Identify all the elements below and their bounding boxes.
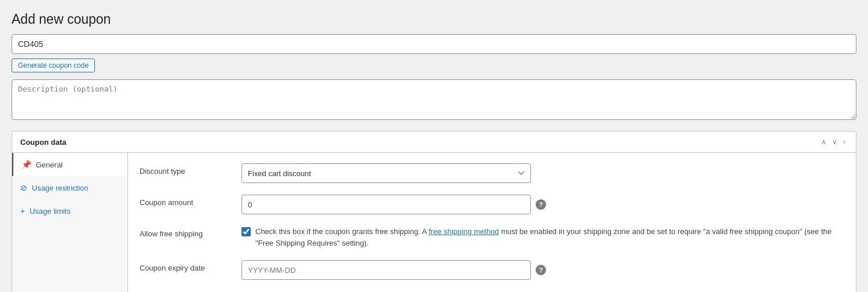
coupon-code-input[interactable]: [12, 34, 856, 54]
header-arrows: ∧ ∨ ‹: [819, 137, 848, 147]
free-shipping-checkbox[interactable]: [241, 227, 251, 236]
coupon-amount-help-icon[interactable]: ?: [536, 199, 546, 210]
coupon-expiry-input[interactable]: [241, 260, 531, 280]
free-shipping-method-link[interactable]: free shipping method: [428, 227, 499, 236]
sidebar-item-usage-restriction[interactable]: ⊘ Usage restriction: [12, 176, 127, 199]
coupon-amount-control: ?: [241, 195, 844, 214]
discount-type-select[interactable]: Percentage discount Fixed cart discount …: [241, 163, 531, 183]
scroll-down-button[interactable]: ∨: [830, 137, 840, 147]
discount-type-row: Discount type Percentage discount Fixed …: [140, 163, 844, 183]
coupon-data-body: 📌 General ⊘ Usage restriction + Usage li…: [12, 153, 856, 292]
sidebar-item-usage-limits[interactable]: + Usage limits: [12, 199, 127, 222]
description-textarea[interactable]: [12, 79, 856, 120]
coupon-data-title: Coupon data: [20, 138, 66, 147]
coupon-data-box: Coupon data ∧ ∨ ‹ 📌 General ⊘ Usage rest…: [12, 131, 856, 292]
free-shipping-checkbox-label: Check this box if the coupon grants free…: [241, 226, 844, 249]
page-title: Add new coupon: [12, 12, 856, 27]
sidebar-item-general[interactable]: 📌 General: [12, 153, 127, 176]
sidebar-item-usage-restriction-label: Usage restriction: [32, 184, 89, 192]
sidebar-item-general-label: General: [36, 160, 63, 169]
general-tab-content: Discount type Percentage discount Fixed …: [128, 153, 856, 292]
usage-limits-icon: +: [20, 206, 25, 216]
general-icon: 📌: [21, 160, 31, 169]
allow-free-shipping-label: Allow free shipping: [140, 226, 232, 238]
usage-restriction-icon: ⊘: [20, 183, 27, 192]
coupon-expiry-row: Coupon expiry date ?: [140, 260, 844, 280]
sidebar-nav: 📌 General ⊘ Usage restriction + Usage li…: [12, 153, 128, 292]
discount-type-control: Percentage discount Fixed cart discount …: [241, 163, 844, 183]
coupon-expiry-label: Coupon expiry date: [140, 260, 232, 272]
collapse-button[interactable]: ‹: [841, 137, 848, 147]
coupon-amount-row: Coupon amount ?: [140, 195, 844, 214]
coupon-amount-input[interactable]: [241, 195, 531, 214]
coupon-expiry-help-icon[interactable]: ?: [536, 265, 546, 275]
coupon-data-header: Coupon data ∧ ∨ ‹: [12, 132, 856, 153]
free-shipping-text: Check this box if the coupon grants free…: [255, 226, 844, 249]
coupon-expiry-control: ?: [241, 260, 844, 280]
sidebar-item-usage-limits-label: Usage limits: [30, 207, 71, 216]
allow-free-shipping-control: Check this box if the coupon grants free…: [241, 226, 844, 249]
scroll-up-button[interactable]: ∧: [819, 137, 829, 147]
coupon-amount-label: Coupon amount: [140, 195, 232, 207]
generate-coupon-button[interactable]: Generate coupon code: [12, 59, 95, 72]
allow-free-shipping-row: Allow free shipping Check this box if th…: [140, 226, 844, 249]
discount-type-label: Discount type: [140, 163, 232, 176]
